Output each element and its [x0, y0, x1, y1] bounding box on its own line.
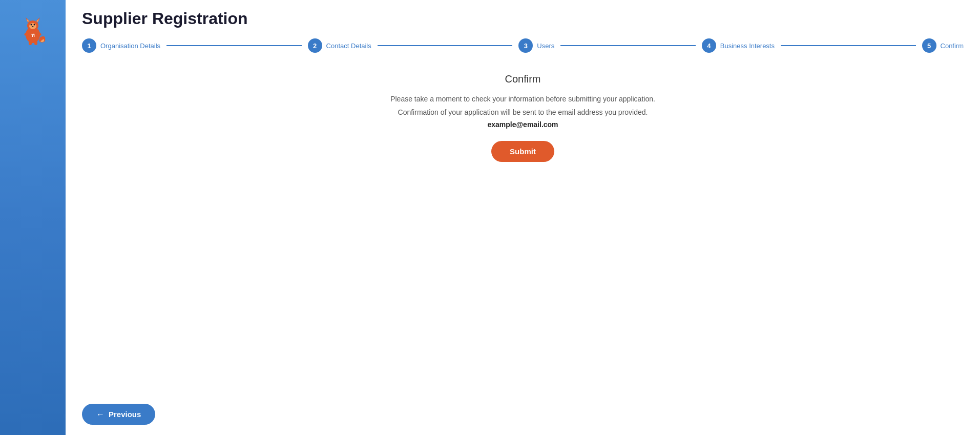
logo-icon: ท: [16, 14, 50, 48]
confirm-email: example@email.com: [487, 120, 558, 129]
previous-button[interactable]: ← Previous: [82, 404, 155, 425]
step-2-circle: 2: [308, 38, 322, 53]
arrow-left-icon: ←: [96, 410, 105, 419]
step-1-label: Organisation Details: [100, 42, 160, 50]
svg-text:ท: ท: [31, 32, 34, 38]
step-2-label: Contact Details: [326, 42, 371, 50]
step-2: 2 Contact Details: [308, 38, 371, 53]
step-4-label: Business Interests: [720, 42, 775, 50]
step-5: 5 Confirm: [922, 38, 964, 53]
step-line-2: [378, 45, 513, 46]
svg-rect-11: [34, 41, 37, 45]
step-5-label: Confirm: [941, 42, 964, 50]
step-5-circle: 5: [922, 38, 936, 53]
step-line-1: [166, 45, 302, 46]
confirm-title: Confirm: [505, 73, 540, 85]
step-line-3: [560, 45, 696, 46]
header: Supplier Registration 1 Organisation Det…: [66, 0, 980, 68]
step-3: 3 Users: [518, 38, 554, 53]
sidebar: ท: [0, 0, 66, 435]
confirm-description-line1: Please take a moment to check your infor…: [390, 93, 655, 105]
stepper: 1 Organisation Details 2 Contact Details…: [82, 38, 964, 53]
page-title: Supplier Registration: [82, 9, 964, 28]
svg-point-9: [32, 26, 33, 27]
bottom-nav: ← Previous: [66, 393, 980, 435]
svg-point-8: [33, 24, 35, 25]
step-4: 4 Business Interests: [702, 38, 775, 53]
step-3-circle: 3: [518, 38, 533, 53]
confirm-section: Confirm Please take a moment to check yo…: [66, 68, 980, 162]
step-line-4: [781, 45, 916, 46]
previous-label: Previous: [109, 410, 141, 419]
confirm-description-line2: Confirmation of your application will be…: [398, 107, 648, 118]
logo: ท: [12, 10, 53, 51]
step-3-label: Users: [537, 42, 554, 50]
step-1: 1 Organisation Details: [82, 38, 160, 53]
svg-point-7: [30, 24, 32, 25]
step-4-circle: 4: [702, 38, 716, 53]
step-1-circle: 1: [82, 38, 96, 53]
main-content: Supplier Registration 1 Organisation Det…: [66, 0, 980, 435]
submit-button[interactable]: Submit: [491, 141, 554, 162]
svg-rect-10: [29, 41, 32, 45]
